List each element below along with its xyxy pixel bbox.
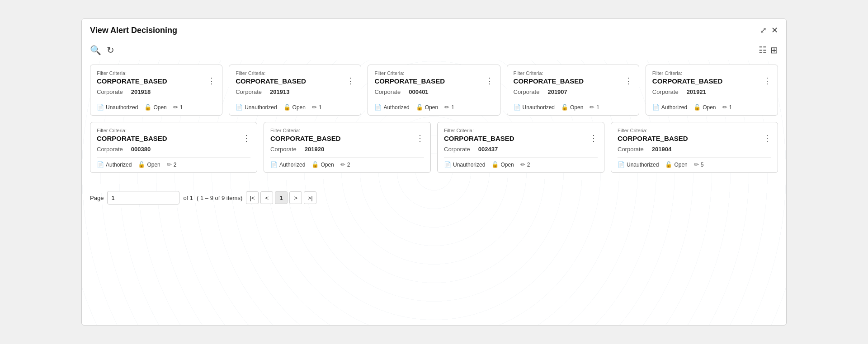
card-more-icon[interactable]: ⋮	[416, 134, 424, 142]
grid-view-icon[interactable]: ⊞	[770, 45, 778, 56]
document-icon: 📄	[374, 104, 382, 111]
card-info-key: Corporate	[374, 88, 401, 95]
lock-icon: 🔓	[283, 104, 291, 111]
card-info: Corporate 201921	[652, 88, 771, 95]
card-info-key: Corporate	[514, 88, 540, 95]
expand-icon[interactable]: ⤢	[760, 25, 767, 35]
card-r2-c3[interactable]: Filter Criteria: CORPORATE_BASED ⋮ Corpo…	[437, 122, 604, 173]
page-1-btn[interactable]: 1	[275, 191, 288, 204]
card-lock-item: 🔓 Open	[561, 104, 583, 111]
card-r1-c3[interactable]: Filter Criteria: CORPORATE_BASED ⋮ Corpo…	[368, 65, 500, 116]
card-status: Unauthorized	[453, 162, 485, 168]
lock-icon: 🔓	[311, 161, 319, 168]
page-input[interactable]	[107, 191, 179, 205]
edit-icon: ✏	[312, 104, 317, 111]
card-info-key: Corporate	[652, 88, 679, 95]
card-more-icon[interactable]: ⋮	[208, 77, 216, 85]
card-more-icon[interactable]: ⋮	[242, 134, 250, 142]
card-lock: Open	[674, 162, 687, 168]
card-lock: Open	[153, 104, 166, 111]
card-status: Authorized	[279, 162, 305, 168]
edit-icon: ✏	[590, 104, 594, 111]
card-r1-c1[interactable]: Filter Criteria: CORPORATE_BASED ⋮ Corpo…	[90, 65, 222, 116]
card-info: Corporate 201920	[270, 146, 424, 153]
card-status-item: 📄 Authorized	[652, 104, 687, 111]
titlebar: View Alert Decisioning ⤢ ✕	[82, 19, 786, 40]
card-header: CORPORATE_BASED ⋮	[652, 77, 771, 85]
card-lock: Open	[500, 162, 514, 168]
list-view-icon[interactable]: ☷	[759, 45, 767, 56]
card-footer: 📄 Unauthorized 🔓 Open ✏ 1	[236, 100, 354, 111]
card-more-icon[interactable]: ⋮	[624, 77, 632, 85]
card-footer: 📄 Unauthorized 🔓 Open ✏ 2	[444, 157, 598, 168]
card-status-item: 📄 Authorized	[374, 104, 409, 111]
edit-icon: ✏	[722, 104, 727, 111]
card-lock: Open	[321, 162, 334, 168]
card-lock: Open	[147, 162, 160, 168]
card-footer: 📄 Unauthorized 🔓 Open ✏ 5	[618, 157, 771, 168]
of-label: of 1	[183, 195, 193, 201]
document-icon: 📄	[270, 161, 278, 168]
card-info-key: Corporate	[97, 146, 123, 153]
card-count: 2	[174, 162, 177, 168]
card-count-item: ✏ 2	[167, 161, 177, 168]
card-info: Corporate 201918	[97, 88, 216, 95]
card-lock-item: 🔓 Open	[283, 104, 306, 111]
card-r2-c1[interactable]: Filter Criteria: CORPORATE_BASED ⋮ Corpo…	[90, 122, 257, 173]
card-r2-c2[interactable]: Filter Criteria: CORPORATE_BASED ⋮ Corpo…	[264, 122, 431, 173]
lock-icon: 🔓	[144, 104, 151, 111]
card-more-icon[interactable]: ⋮	[486, 77, 494, 85]
document-icon: 📄	[444, 161, 451, 168]
card-title: CORPORATE_BASED	[652, 77, 723, 85]
card-count: 1	[180, 104, 183, 111]
document-icon: 📄	[618, 161, 625, 168]
card-r1-c4[interactable]: Filter Criteria: CORPORATE_BASED ⋮ Corpo…	[507, 65, 639, 116]
close-icon[interactable]: ✕	[771, 25, 778, 35]
card-header: CORPORATE_BASED ⋮	[374, 77, 493, 85]
card-lock: Open	[292, 104, 306, 111]
card-filter-label: Filter Criteria:	[514, 70, 632, 76]
card-lock-item: 🔓 Open	[416, 104, 438, 111]
lock-icon: 🔓	[561, 104, 568, 111]
card-header: CORPORATE_BASED ⋮	[444, 134, 598, 142]
card-info-key: Corporate	[97, 88, 123, 95]
card-count-item: ✏ 2	[340, 161, 350, 168]
card-footer: 📄 Authorized 🔓 Open ✏ 2	[270, 157, 424, 168]
page-label: Page	[90, 195, 104, 201]
card-more-icon[interactable]: ⋮	[346, 77, 354, 85]
search-icon[interactable]: 🔍	[90, 45, 101, 56]
card-status: Unauthorized	[523, 104, 555, 111]
card-header: CORPORATE_BASED ⋮	[97, 134, 250, 142]
card-more-icon[interactable]: ⋮	[763, 77, 771, 85]
card-status-item: 📄 Unauthorized	[514, 104, 555, 111]
next-page-btn[interactable]: >	[289, 191, 302, 204]
document-icon: 📄	[236, 104, 243, 111]
card-status-item: 📄 Unauthorized	[444, 161, 485, 168]
first-page-btn[interactable]: |<	[246, 191, 259, 204]
card-status: Authorized	[383, 104, 409, 111]
card-info: Corporate 201904	[618, 146, 771, 153]
card-header: CORPORATE_BASED ⋮	[270, 134, 424, 142]
last-page-btn[interactable]: >|	[304, 191, 316, 204]
titlebar-actions: ⤢ ✕	[760, 25, 778, 35]
card-r2-c4[interactable]: Filter Criteria: CORPORATE_BASED ⋮ Corpo…	[611, 122, 778, 173]
card-filter-label: Filter Criteria:	[97, 128, 250, 133]
card-info-value: 201920	[305, 146, 324, 153]
card-status: Unauthorized	[245, 104, 277, 111]
card-info-value: 201907	[547, 88, 567, 95]
edit-icon: ✏	[167, 161, 172, 168]
document-icon: 📄	[514, 104, 521, 111]
card-info-value: 201921	[687, 88, 706, 95]
prev-page-btn[interactable]: <	[260, 191, 273, 204]
card-info-key: Corporate	[618, 146, 644, 153]
card-r1-c2[interactable]: Filter Criteria: CORPORATE_BASED ⋮ Corpo…	[229, 65, 361, 116]
card-info: Corporate 201907	[514, 88, 632, 95]
card-more-icon[interactable]: ⋮	[590, 134, 598, 142]
refresh-icon[interactable]: ↻	[107, 45, 114, 56]
card-r1-c5[interactable]: Filter Criteria: CORPORATE_BASED ⋮ Corpo…	[646, 65, 778, 116]
main-window: View Alert Decisioning ⤢ ✕ 🔍 ↻ ☷ ⊞ Filte…	[81, 19, 787, 325]
card-more-icon[interactable]: ⋮	[763, 134, 771, 142]
card-filter-label: Filter Criteria:	[270, 128, 424, 133]
card-title: CORPORATE_BASED	[374, 77, 445, 85]
card-count-item: ✏ 2	[520, 161, 530, 168]
